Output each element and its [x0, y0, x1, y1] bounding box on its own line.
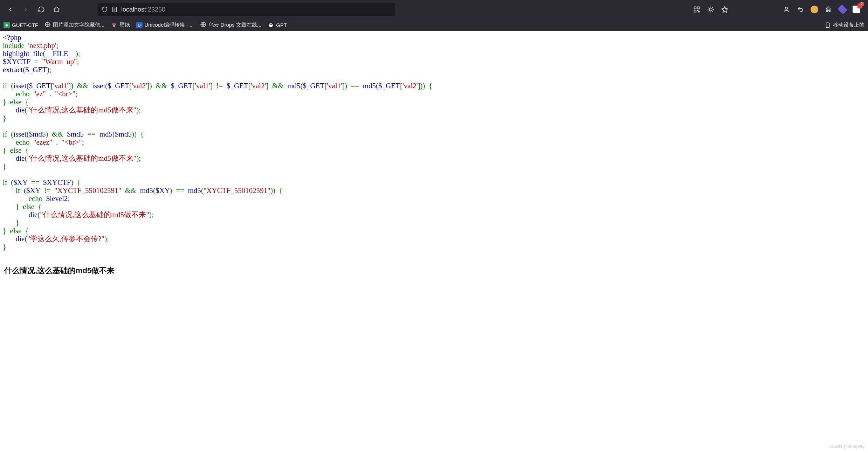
toolbar-icons: [691, 4, 731, 15]
bookmark-icon: [111, 22, 117, 28]
page-content: <?php include 'next.php'; highlight_file…: [0, 31, 868, 277]
bug-icon[interactable]: [705, 4, 717, 15]
svg-point-10: [114, 23, 116, 25]
back-button[interactable]: [4, 3, 17, 16]
globe-icon: [44, 21, 51, 29]
svg-rect-3: [694, 10, 696, 12]
extensions-icon[interactable]: [822, 4, 834, 15]
home-button[interactable]: [50, 3, 63, 16]
extension-3[interactable]: 2: [850, 4, 862, 15]
qr-icon[interactable]: [691, 4, 703, 15]
script-output: 什么情况,这么基础的md5做不来: [3, 266, 865, 275]
svg-point-9: [112, 23, 114, 25]
bookmark-guet[interactable]: ◆ GUET-CTF: [4, 22, 38, 28]
gpt-icon: [268, 22, 274, 28]
toolbar-right: 2: [780, 4, 862, 15]
php-source: <?php include 'next.php'; highlight_file…: [3, 34, 865, 251]
bookmark-wuyun[interactable]: 乌云 Drops 文章在线...: [200, 21, 261, 29]
bookmark-image[interactable]: 图片添加文字隐藏信...: [44, 21, 105, 29]
account-icon[interactable]: [780, 4, 792, 15]
svg-rect-4: [697, 10, 698, 11]
bookmark-icon: U: [136, 22, 143, 28]
reload-button[interactable]: [35, 3, 48, 16]
bookmark-gpt[interactable]: GPT: [268, 22, 287, 28]
bookmark-icon: ◆: [4, 22, 10, 28]
bookmark-unicode[interactable]: U Unicode编码转换 - ...: [136, 22, 194, 28]
notification-badge: 2: [860, 2, 864, 6]
svg-point-6: [709, 8, 712, 11]
undo-icon[interactable]: [794, 4, 806, 15]
svg-point-7: [785, 7, 788, 9]
bookmarks-bar: ◆ GUET-CTF 图片添加文字隐藏信... 壁纸 U Unicode编码转换…: [0, 19, 868, 31]
star-icon[interactable]: [719, 4, 731, 15]
extension-2[interactable]: [836, 4, 848, 15]
bookmark-wallpaper[interactable]: 壁纸: [111, 22, 130, 28]
url-bar[interactable]: localhost:23250: [97, 3, 395, 16]
page-icon: [111, 6, 118, 13]
toolbar: localhost:23250: [0, 0, 868, 19]
svg-rect-5: [698, 11, 700, 12]
forward-button[interactable]: [20, 3, 32, 16]
svg-rect-2: [697, 7, 700, 9]
bookmarks-overflow[interactable]: 移动设备上的: [825, 22, 864, 28]
globe-icon: [200, 21, 206, 29]
svg-rect-1: [694, 7, 696, 9]
browser-chrome: localhost:23250: [0, 0, 868, 31]
shield-icon: [102, 6, 108, 13]
svg-point-11: [113, 25, 115, 27]
url-text: localhost:23250: [121, 6, 165, 13]
extension-1[interactable]: [808, 4, 820, 15]
